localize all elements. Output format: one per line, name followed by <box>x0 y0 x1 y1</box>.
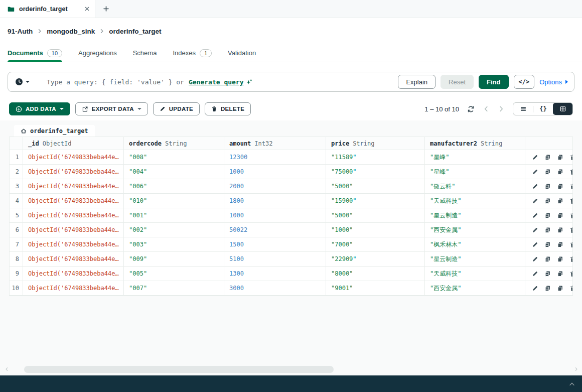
query-history-button[interactable] <box>15 78 30 86</box>
delete-document-icon[interactable] <box>569 227 572 233</box>
cell-id[interactable]: ObjectId('6749833beba44e… <box>23 252 123 266</box>
clone-document-icon[interactable] <box>557 285 563 292</box>
cell-ordercode[interactable]: "001" <box>123 208 224 222</box>
cell-id[interactable]: ObjectId('6749833beba44e… <box>23 237 123 251</box>
column-header-id[interactable]: _idObjectId <box>23 137 123 150</box>
edit-document-icon[interactable] <box>532 241 538 248</box>
options-button[interactable]: Options <box>539 78 568 86</box>
cell-price[interactable]: "22909" <box>326 252 424 266</box>
tab-indexes[interactable]: Indexes 1 <box>173 44 212 62</box>
tab-documents[interactable]: Documents 10 <box>8 44 62 62</box>
reset-button[interactable]: Reset <box>441 75 474 89</box>
refresh-icon[interactable] <box>467 105 475 113</box>
table-row[interactable]: 5 ObjectId('6749833beba44e… "001" 1000 "… <box>10 208 572 223</box>
table-row[interactable]: 8 ObjectId('6749833beba44e… "009" 5100 "… <box>10 252 572 267</box>
cell-amount[interactable]: 3000 <box>224 281 326 295</box>
cell-price[interactable]: "5000" <box>326 179 424 193</box>
shell-footer[interactable] <box>0 375 582 392</box>
clone-document-icon[interactable] <box>557 241 563 248</box>
delete-document-icon[interactable] <box>569 212 572 219</box>
cell-manufacturer2[interactable]: "星云制造" <box>424 208 525 222</box>
copy-document-icon[interactable] <box>544 183 551 190</box>
copy-document-icon[interactable] <box>544 169 551 175</box>
update-button[interactable]: UPDATE <box>153 102 200 115</box>
delete-document-icon[interactable] <box>569 256 572 263</box>
add-data-button[interactable]: ADD DATA <box>9 102 70 115</box>
toggle-query-code-button[interactable]: </> <box>514 75 535 89</box>
cell-amount[interactable]: 50022 <box>224 223 326 237</box>
table-row[interactable]: 1 ObjectId('6749833beba44e… "008" 12300 … <box>10 150 572 165</box>
copy-document-icon[interactable] <box>544 227 551 233</box>
delete-button[interactable]: DELETE <box>205 102 251 115</box>
scroll-left-icon[interactable] <box>5 367 9 371</box>
cell-ordercode[interactable]: "009" <box>123 252 224 266</box>
query-input[interactable]: Type a query: { field: 'value' } or Gene… <box>47 78 252 86</box>
cell-ordercode[interactable]: "003" <box>123 237 224 251</box>
cell-amount[interactable]: 1000 <box>224 208 326 222</box>
cell-amount[interactable]: 2000 <box>224 179 326 193</box>
new-tab-button[interactable] <box>95 0 116 18</box>
clone-document-icon[interactable] <box>557 183 563 190</box>
json-view-icon[interactable]: {} <box>533 103 553 115</box>
edit-document-icon[interactable] <box>532 154 538 161</box>
table-row[interactable]: 2 ObjectId('6749833beba44e… "004" 1000 "… <box>10 165 572 179</box>
clone-document-icon[interactable] <box>557 198 563 204</box>
column-header-price[interactable]: priceString <box>326 137 424 150</box>
table-view-icon[interactable] <box>553 103 572 115</box>
breadcrumb-collection[interactable]: orderinfo_target <box>109 28 161 35</box>
cell-manufacturer2[interactable]: "星云制造" <box>424 252 525 266</box>
clone-document-icon[interactable] <box>557 212 563 219</box>
cell-id[interactable]: ObjectId('6749833beba44e… <box>23 150 123 164</box>
clone-document-icon[interactable] <box>557 227 563 233</box>
explain-button[interactable]: Explain <box>398 75 435 89</box>
tab-validation[interactable]: Validation <box>228 44 256 62</box>
previous-page-icon[interactable] <box>483 105 490 112</box>
cell-ordercode[interactable]: "002" <box>123 223 224 237</box>
delete-document-icon[interactable] <box>569 154 572 161</box>
cell-id[interactable]: ObjectId('6749833beba44e… <box>23 179 123 193</box>
cell-id[interactable]: ObjectId('6749833beba44e… <box>23 165 123 179</box>
workspace-tab-orderinfo-target[interactable]: orderinfo_target <box>0 0 95 18</box>
scroll-right-icon[interactable] <box>574 367 578 371</box>
edit-document-icon[interactable] <box>532 212 538 219</box>
cell-price[interactable]: "1000" <box>326 223 424 237</box>
table-row[interactable]: 6 ObjectId('6749833beba44e… "002" 50022 … <box>10 223 572 237</box>
cell-ordercode[interactable]: "004" <box>123 165 224 179</box>
clone-document-icon[interactable] <box>557 271 563 277</box>
table-row[interactable]: 7 ObjectId('6749833beba44e… "003" 1500 "… <box>10 237 572 252</box>
copy-document-icon[interactable] <box>544 241 551 248</box>
copy-document-icon[interactable] <box>544 256 551 263</box>
cell-manufacturer2[interactable]: "枫禾林木" <box>424 237 525 251</box>
delete-document-icon[interactable] <box>569 183 572 190</box>
copy-document-icon[interactable] <box>544 285 551 292</box>
cell-manufacturer2[interactable]: "星峰" <box>424 165 525 179</box>
cell-manufacturer2[interactable]: "西安金属" <box>424 281 525 295</box>
close-tab-icon[interactable] <box>84 6 90 12</box>
cell-manufacturer2[interactable]: "微云科" <box>424 179 525 193</box>
clone-document-icon[interactable] <box>557 256 563 263</box>
expand-shell-icon[interactable] <box>568 380 575 387</box>
edit-document-icon[interactable] <box>532 227 538 233</box>
cell-price[interactable]: "8000" <box>326 267 424 281</box>
cell-amount[interactable]: 1000 <box>224 165 326 179</box>
column-header-manufacturer2[interactable]: manufacturer2String <box>424 137 525 150</box>
cell-id[interactable]: ObjectId('6749833beba44e… <box>23 223 123 237</box>
cell-price[interactable]: "5000" <box>326 208 424 222</box>
table-row[interactable]: 3 ObjectId('6749833beba44e… "006" 2000 "… <box>10 179 572 194</box>
cell-ordercode[interactable]: "008" <box>123 150 224 164</box>
edit-document-icon[interactable] <box>532 285 538 292</box>
cell-manufacturer2[interactable]: "天威科技" <box>424 194 525 208</box>
cell-price[interactable]: "9001" <box>326 281 424 295</box>
cell-manufacturer2[interactable]: "天威科技" <box>424 267 525 281</box>
cell-id[interactable]: ObjectId('6749833beba44e… <box>23 267 123 281</box>
edit-document-icon[interactable] <box>532 198 538 204</box>
delete-document-icon[interactable] <box>569 285 572 292</box>
find-button[interactable]: Find <box>479 75 508 89</box>
cell-price[interactable]: "75000" <box>326 165 424 179</box>
column-header-amount[interactable]: amountInt32 <box>224 137 326 150</box>
table-row[interactable]: 10 ObjectId('6749833beba44e… "007" 3000 … <box>10 281 572 296</box>
delete-document-icon[interactable] <box>569 271 572 277</box>
table-row[interactable]: 9 ObjectId('6749833beba44e… "005" 1300 "… <box>10 267 572 281</box>
cell-amount[interactable]: 12300 <box>224 150 326 164</box>
breadcrumb-database[interactable]: mongodb_sink <box>47 28 95 35</box>
